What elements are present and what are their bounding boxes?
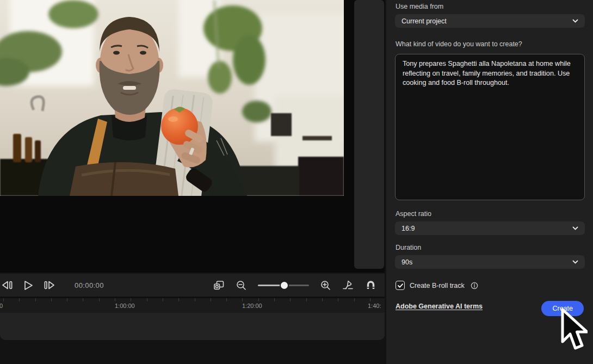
use-media-value: Current project [401, 17, 447, 25]
play-button[interactable] [23, 280, 34, 291]
timeline-tools [213, 280, 385, 291]
prompt-input[interactable]: Tony prepares Spaghetti alla Napoletana … [395, 54, 585, 200]
info-icon[interactable] [471, 282, 478, 289]
broll-checkbox[interactable] [396, 281, 405, 290]
chevron-down-icon [572, 226, 578, 230]
use-media-label: Use media from [396, 3, 443, 10]
generate-video-panel: Use media from Current project What kind… [386, 0, 593, 364]
step-back-button[interactable] [1, 280, 14, 290]
ruler-label: 00 [0, 303, 3, 309]
aspect-ratio-select[interactable]: 16:9 [395, 221, 585, 235]
broll-checkbox-row: Create B-roll track [396, 281, 478, 290]
play-icon [23, 280, 34, 291]
snap-toggle-button[interactable] [365, 280, 376, 291]
step-back-icon [1, 280, 14, 290]
broll-checkbox-label: Create B-roll track [410, 282, 465, 289]
zoom-out-icon [236, 280, 246, 291]
prompt-label: What kind of video do you want to create… [396, 40, 522, 48]
aspect-ratio-label: Aspect ratio [396, 210, 431, 218]
duration-select[interactable]: 90s [395, 255, 585, 269]
ruler-label: 1:40: [368, 303, 381, 309]
zoom-in-icon [320, 280, 331, 291]
fit-to-window-icon [213, 280, 225, 291]
video-frame-chef-with-tomato [0, 0, 344, 196]
razor-tool-button[interactable] [342, 280, 354, 291]
transport-controls: 00:00:00 [0, 280, 104, 291]
step-forward-icon [43, 280, 55, 290]
program-monitor [0, 0, 385, 273]
video-preview[interactable] [0, 0, 344, 196]
collapsed-panel-strip[interactable] [354, 0, 384, 269]
transport-toolbar: 00:00:00 [0, 274, 385, 297]
use-media-select[interactable]: Current project [395, 14, 585, 28]
duration-value: 90s [401, 258, 412, 266]
ruler-label: 1:20:00 [242, 303, 262, 309]
video-editor-app: 00:00:00 [0, 0, 593, 364]
zoom-out-button[interactable] [236, 280, 246, 291]
chevron-down-icon [572, 260, 578, 264]
zoom-in-button[interactable] [320, 280, 331, 291]
generative-ai-terms-link[interactable]: Adobe Generative AI terms [396, 303, 483, 310]
fit-to-window-button[interactable] [213, 280, 225, 291]
create-button[interactable]: Create [541, 301, 584, 316]
checkbox-check-icon [398, 283, 403, 288]
chevron-down-icon [572, 19, 578, 23]
ruler-label: 1:00:00 [115, 303, 135, 309]
slider-handle[interactable] [280, 281, 289, 290]
current-timecode[interactable]: 00:00:00 [75, 281, 104, 289]
razor-tool-icon [342, 280, 354, 291]
timeline-zoom-slider[interactable] [258, 280, 309, 290]
aspect-ratio-value: 16:9 [401, 225, 415, 232]
snap-magnet-icon [365, 280, 376, 291]
duration-label: Duration [396, 244, 421, 251]
timeline-ruler[interactable]: 00 1:00:00 1:20:00 1:40: [0, 298, 385, 313]
step-forward-button[interactable] [43, 280, 55, 290]
timeline-tracks[interactable] [0, 313, 385, 340]
